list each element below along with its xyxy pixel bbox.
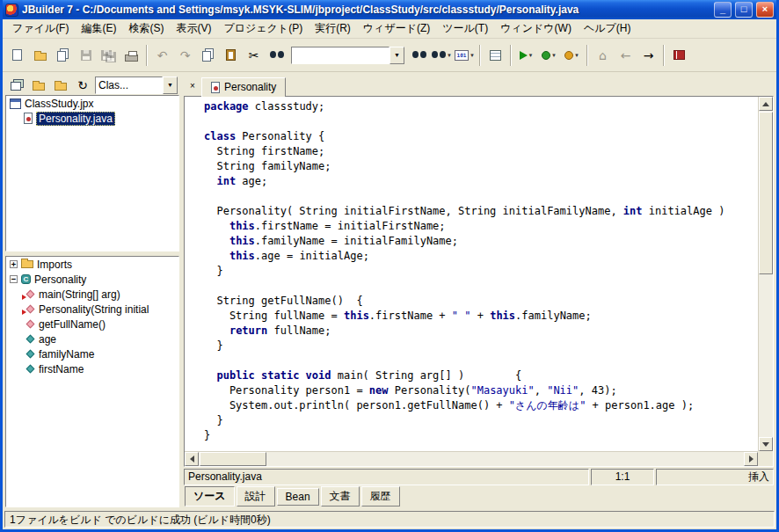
undo-button[interactable]: ↶ — [151, 44, 173, 67]
java-file-icon — [211, 82, 220, 93]
project-file-label: Personality.java — [36, 112, 115, 126]
structure-label: getFullName() — [39, 318, 106, 331]
expander-expanded-icon[interactable]: − — [10, 275, 18, 283]
bytecode-button[interactable]: ▼ — [454, 44, 476, 67]
class-icon — [21, 274, 31, 284]
tree-item-project-root[interactable]: ClassStudy.jpx — [6, 96, 178, 111]
tab-personality[interactable]: Personality — [201, 77, 286, 97]
jbuilder-logo-icon — [5, 4, 18, 17]
scroll-right-button[interactable] — [744, 452, 758, 466]
structure-label: Imports — [37, 259, 72, 271]
menu-project[interactable]: プロジェクト(P) — [217, 19, 309, 38]
optimize-dropdown-icon: ▼ — [574, 53, 579, 58]
method-icon — [25, 319, 35, 329]
field-icon — [25, 349, 35, 359]
menu-wizard[interactable]: ウィザード(Z) — [357, 19, 436, 38]
scroll-down-icon — [762, 442, 769, 447]
tree-item-personality-java[interactable]: Personality.java — [6, 111, 178, 126]
run-button[interactable]: ▼ — [515, 44, 537, 67]
project-selector-value[interactable]: Clas... — [95, 77, 163, 94]
optimize-button[interactable]: ▼ — [561, 44, 583, 67]
scroll-left-button[interactable] — [185, 452, 199, 466]
forward-button[interactable]: → — [637, 44, 659, 67]
imports-folder-icon — [21, 260, 33, 268]
paste-icon — [226, 49, 236, 61]
save-all-icon2 — [106, 52, 116, 62]
copy-button[interactable] — [197, 44, 219, 67]
menu-view[interactable]: 表示(V) — [170, 19, 217, 38]
project-open-button[interactable] — [29, 77, 48, 94]
view-tab-bean[interactable]: Bean — [277, 488, 319, 506]
structure-tree: + Imports − Personality main(String[] ar… — [5, 256, 179, 507]
status-filename: Personality.java — [184, 469, 589, 485]
back-button[interactable]: ← — [615, 44, 637, 67]
structure-item-personality-class[interactable]: − Personality — [6, 272, 178, 287]
project-close-button[interactable] — [51, 77, 70, 94]
structure-item-imports[interactable]: + Imports — [6, 257, 178, 272]
search-again-button[interactable] — [408, 44, 430, 67]
run-dropdown-icon: ▼ — [528, 53, 534, 58]
search-source-button[interactable]: ▼ — [431, 44, 453, 67]
toolbar-separator — [479, 45, 481, 66]
redo-button[interactable]: ↷ — [174, 44, 196, 67]
structure-item-firstname[interactable]: firstName — [6, 361, 178, 376]
search-combo-dropdown[interactable]: ▼ — [390, 47, 404, 64]
scroll-down-button[interactable] — [759, 437, 773, 451]
debug-button[interactable]: ▼ — [538, 44, 560, 67]
project-panes-button[interactable] — [7, 77, 26, 94]
structure-item-getfullname[interactable]: getFullName() — [6, 317, 178, 332]
view-tab-source[interactable]: ソース — [185, 486, 235, 506]
search-again-icon — [412, 51, 426, 59]
bytecode-icon — [455, 50, 469, 61]
bytecode-dropdown-icon: ▼ — [470, 53, 475, 58]
structure-item-familyname[interactable]: familyName — [6, 346, 178, 361]
structure-item-constructor[interactable]: Personality(String initial — [6, 302, 178, 317]
maximize-button[interactable]: □ — [735, 2, 753, 18]
expander-collapsed-icon[interactable]: + — [10, 260, 18, 268]
horizontal-scrollbar[interactable] — [185, 451, 758, 466]
menu-tools[interactable]: ツール(T) — [436, 19, 494, 38]
print-button[interactable] — [120, 44, 142, 67]
view-tab-doc[interactable]: 文書 — [321, 486, 360, 506]
minimize-button[interactable]: _ — [714, 2, 732, 18]
view-tab-design[interactable]: 設計 — [237, 486, 275, 506]
menu-run[interactable]: 実行(R) — [309, 19, 357, 38]
save-all-button[interactable] — [98, 44, 120, 67]
method-main-icon — [25, 289, 35, 299]
tab-close-button[interactable]: × — [186, 79, 200, 93]
menu-search[interactable]: 検索(S) — [122, 19, 170, 38]
save-icon — [81, 50, 91, 61]
menu-window[interactable]: ウィンドウ(W) — [494, 19, 578, 38]
open-project-button[interactable] — [52, 44, 74, 67]
view-tab-history[interactable]: 履歴 — [361, 486, 400, 506]
menu-edit[interactable]: 編集(E) — [75, 19, 122, 38]
constructor-icon — [25, 304, 35, 314]
menu-help[interactable]: ヘルプ(H) — [578, 19, 637, 38]
cut-button[interactable]: ✂ — [243, 44, 265, 67]
new-file-button[interactable] — [6, 44, 28, 67]
vertical-scroll-thumb[interactable] — [759, 112, 773, 274]
save-button[interactable] — [75, 44, 97, 67]
scroll-up-button[interactable] — [759, 97, 773, 111]
help-book-icon — [673, 50, 685, 60]
project-refresh-button[interactable]: ↻ — [73, 77, 92, 94]
structure-item-main[interactable]: main(String[] arg) — [6, 287, 178, 302]
search-combo-input[interactable] — [291, 47, 390, 64]
code-area[interactable]: package classstudy; class Personality { … — [185, 97, 758, 451]
close-button[interactable]: × — [756, 2, 774, 18]
toolbar-separator — [586, 45, 588, 66]
search-button[interactable] — [266, 44, 288, 67]
home-button[interactable]: ⌂ — [592, 44, 614, 67]
project-selector-dropdown[interactable]: ▼ — [163, 77, 178, 94]
structure-label: Personality(String initial — [39, 303, 149, 316]
ui-designer-button[interactable] — [484, 44, 506, 67]
java-file-icon — [24, 113, 33, 124]
statusbar: 1ファイルをビルド でのビルドに成功 (ビルド時間0秒) — [3, 510, 776, 529]
open-file-button[interactable] — [29, 44, 51, 67]
help-button[interactable] — [668, 44, 690, 67]
menu-file[interactable]: ファイル(F) — [6, 19, 75, 38]
vertical-scrollbar[interactable] — [758, 97, 773, 451]
paste-button[interactable] — [220, 44, 242, 67]
horizontal-scroll-thumb[interactable] — [200, 452, 266, 466]
structure-item-age[interactable]: age — [6, 332, 178, 346]
